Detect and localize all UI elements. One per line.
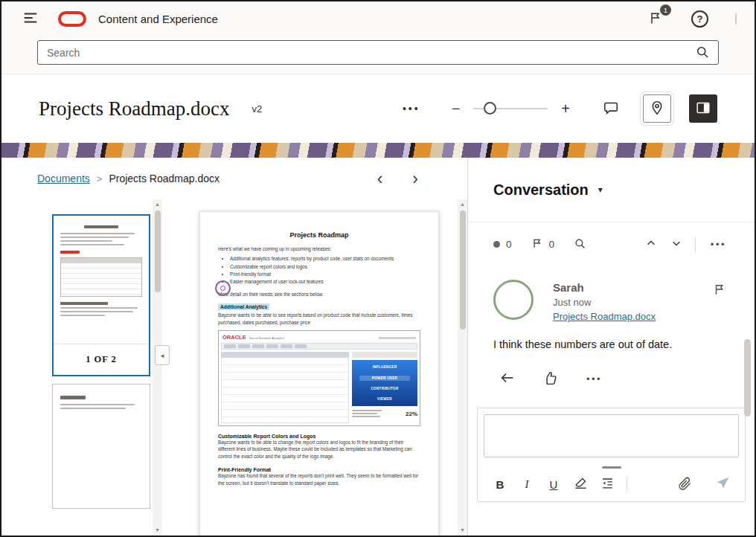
- zoom-slider-knob[interactable]: [484, 102, 496, 115]
- thumbs-up-icon: [542, 370, 558, 388]
- thumbnail-page-1[interactable]: 1 OF 2: [52, 214, 150, 376]
- clear-formatting-button[interactable]: [567, 473, 594, 495]
- chevron-down-icon: [671, 238, 682, 251]
- bold-button[interactable]: B: [487, 473, 513, 495]
- next-page-button[interactable]: ›: [412, 170, 418, 187]
- thumbnail-page-2[interactable]: [52, 384, 150, 509]
- search-button[interactable]: [692, 43, 713, 62]
- previous-comment-button[interactable]: [644, 237, 658, 252]
- viewer-area: 1 OF 2 ▲ ▼ ◂: [1, 199, 467, 536]
- composer-resize-handle[interactable]: [602, 466, 621, 469]
- toolbar-divider: [695, 237, 696, 252]
- doc-bullet: Easier management of user lock-out featu…: [230, 278, 420, 286]
- conversation-menu-caret[interactable]: ▾: [598, 184, 603, 195]
- app-header: Content and Experience 1 ?: [1, 1, 755, 74]
- breadcrumb: Documents > Projects Roadmap.docx ‹ ›: [1, 158, 467, 199]
- topbar: Content and Experience 1 ?: [1, 1, 755, 36]
- conversation-panel: Conversation ▾ 0 0: [468, 158, 755, 536]
- comment-item: Sarah Just now Projects Roadmap.docx: [468, 266, 755, 322]
- document-controls: ••• − +: [398, 94, 717, 123]
- viewer-pane: Documents > Projects Roadmap.docx ‹ ›: [1, 158, 468, 536]
- send-comment-button[interactable]: [709, 473, 736, 495]
- thumbnail-scrollbar-thumb[interactable]: [155, 210, 161, 292]
- zoom-out-button[interactable]: −: [449, 100, 464, 118]
- user-avatar-button[interactable]: [735, 13, 737, 25]
- flags-button[interactable]: 1: [647, 10, 664, 28]
- doc-bullet: Customizable report colors and logos: [230, 263, 420, 271]
- next-comment-button[interactable]: [670, 237, 683, 252]
- hamburger-menu-button[interactable]: [19, 7, 42, 30]
- underline-button[interactable]: U: [540, 473, 567, 495]
- zoom-in-button[interactable]: +: [558, 100, 573, 118]
- preview-scrollbar-thumb[interactable]: [460, 210, 466, 329]
- doc-section3-heading: Print-Friendly Format: [218, 467, 420, 472]
- scroll-down-icon[interactable]: ▼: [155, 527, 160, 534]
- conversation-title: Conversation: [493, 181, 589, 199]
- search-input[interactable]: [37, 40, 719, 65]
- document-page-1[interactable]: Projects Roadmap Here's what we have com…: [199, 211, 439, 536]
- italic-button[interactable]: I: [513, 473, 540, 495]
- oracle-brand-subtext: Social Network Analytics: [249, 336, 285, 340]
- comment-author-avatar[interactable]: [493, 280, 534, 320]
- annotations-count-button[interactable]: 0: [493, 239, 512, 250]
- previous-page-button[interactable]: ‹: [377, 170, 383, 187]
- comment-more-button[interactable]: •••: [583, 370, 605, 388]
- map-pin-icon: [649, 100, 665, 118]
- thumbnail-page-1-image: [54, 216, 149, 344]
- document-preview: Projects Roadmap Here's what we have com…: [171, 199, 467, 536]
- comment-text: I think these numbers are out of date.: [468, 322, 755, 350]
- comment-document-link[interactable]: Projects Roadmap.docx: [553, 311, 656, 322]
- side-panel-icon: [695, 100, 711, 118]
- annotation-marker[interactable]: [215, 280, 231, 296]
- comment-author-name[interactable]: Sarah: [553, 281, 656, 294]
- help-button[interactable]: ?: [691, 10, 708, 28]
- conversation-more-button[interactable]: •••: [708, 236, 729, 253]
- flag-comment-button[interactable]: [710, 280, 729, 301]
- screenshot-toolbar: [221, 343, 417, 350]
- reply-button[interactable]: [498, 368, 517, 390]
- thumbnail-scrollbar[interactable]: ▲ ▼: [153, 199, 162, 536]
- comment-input[interactable]: [484, 414, 739, 457]
- collapse-thumbnails-button[interactable]: ◂: [155, 345, 170, 365]
- level-label: POWER USER: [359, 376, 410, 381]
- composer-toolbar: B I U: [484, 470, 739, 495]
- list-indent-icon: [600, 476, 615, 492]
- annotation-pin-icon: [220, 286, 225, 291]
- breadcrumb-documents-link[interactable]: Documents: [37, 173, 90, 184]
- comment-bubble-icon: [603, 100, 619, 118]
- chevron-up-icon: [646, 238, 656, 251]
- list-indent-button[interactable]: [594, 473, 621, 495]
- level-label: INFLUENCER: [353, 365, 416, 369]
- more-actions-button[interactable]: •••: [398, 98, 425, 119]
- comments-button[interactable]: [597, 94, 625, 123]
- flag-icon: [713, 287, 726, 298]
- question-mark-icon: ?: [697, 13, 703, 25]
- flags-count-button[interactable]: 0: [531, 237, 555, 251]
- annotate-pin-button[interactable]: [643, 94, 671, 123]
- doc-bullet: Additional analytics features: reports b…: [230, 255, 420, 263]
- search-conversation-button[interactable]: [574, 237, 586, 252]
- reply-arrow-icon: [499, 370, 516, 388]
- embedded-screenshot: ORACLE Social Network Analytics: [218, 330, 420, 426]
- doc-section2-body: Bayzone wants to be able to change the r…: [218, 439, 420, 460]
- search-row: [1, 36, 755, 74]
- user-avatar: [735, 13, 737, 25]
- zoom-slider[interactable]: [473, 108, 548, 109]
- document-version[interactable]: v2: [252, 103, 262, 115]
- preview-scrollbar[interactable]: ▲ ▼: [458, 199, 467, 536]
- toggle-side-panel-button[interactable]: [689, 94, 717, 123]
- page-indicator: 1 OF 2: [54, 344, 149, 375]
- conversation-scrollbar-thumb[interactable]: [744, 339, 751, 417]
- scroll-down-icon[interactable]: ▼: [460, 527, 465, 534]
- zoom-control: − +: [449, 100, 573, 118]
- screenshot-table: [221, 352, 349, 423]
- attach-file-button[interactable]: [672, 473, 699, 495]
- main-content: Documents > Projects Roadmap.docx ‹ ›: [1, 158, 755, 536]
- flag-count-badge: 1: [660, 4, 671, 16]
- search-icon: [574, 237, 586, 252]
- eraser-icon: [574, 476, 588, 492]
- scroll-up-icon[interactable]: ▲: [460, 201, 465, 208]
- composer-divider: [627, 477, 627, 492]
- scroll-up-icon[interactable]: ▲: [155, 201, 160, 208]
- like-button[interactable]: [541, 369, 560, 390]
